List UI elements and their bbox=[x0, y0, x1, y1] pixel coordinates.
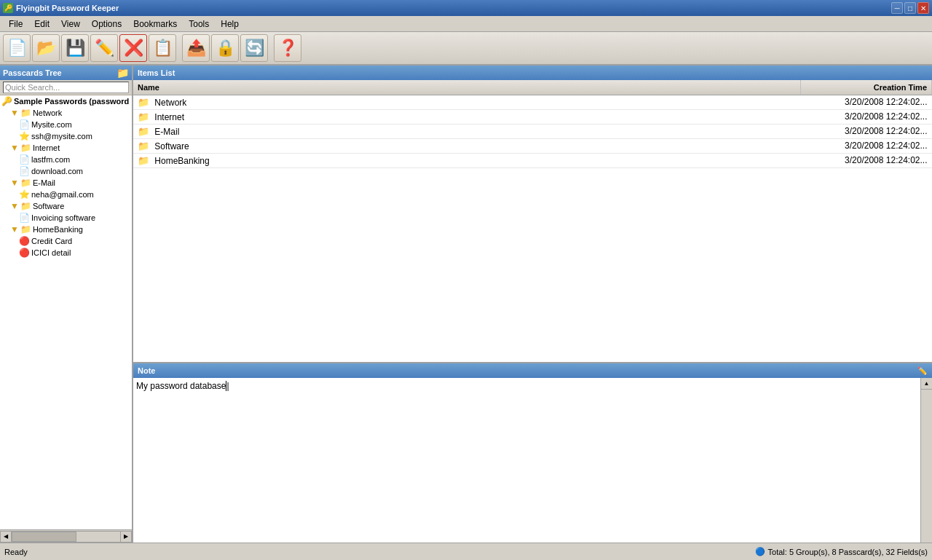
menu-options[interactable]: Options bbox=[86, 17, 127, 31]
tree-item-homebanking-group[interactable]: ▼ 📁 HomeBanking bbox=[0, 224, 132, 235]
table-row[interactable]: 📁 HomeBanking 3/20/2008 12:24:02... bbox=[133, 153, 932, 167]
right-panel: Items List Name Creation Time bbox=[133, 66, 932, 543]
tree-item-software-group[interactable]: ▼ 📁 Software bbox=[0, 200, 132, 212]
tree-item-icici[interactable]: 🔴 ICICI detail bbox=[0, 247, 132, 259]
scroll-right-arrow[interactable]: ▶ bbox=[120, 531, 132, 543]
tree-item-neha[interactable]: ⭐ neha@gmail.com bbox=[0, 189, 132, 200]
doc-icon: 📄 bbox=[19, 213, 30, 223]
tree-item-email-group[interactable]: ▼ 📁 E-Mail bbox=[0, 177, 132, 189]
new-button[interactable]: 📄 bbox=[3, 34, 31, 62]
items-list: Items List Name Creation Time bbox=[133, 66, 932, 362]
items-table: Name Creation Time 📁 Network 3/20/2008 1… bbox=[133, 80, 932, 168]
tree-root[interactable]: 🔑 Sample Passwords (password bbox=[0, 95, 132, 107]
scroll-track[interactable] bbox=[12, 531, 120, 543]
menu-help[interactable]: Help bbox=[215, 17, 245, 31]
tree-label-creditcard: Credit Card bbox=[31, 237, 72, 245]
tree-collapse-icon: ▼ bbox=[10, 108, 19, 118]
table-row[interactable]: 📁 E-Mail 3/20/2008 12:24:02... bbox=[133, 124, 932, 138]
red-icon: 🔴 bbox=[19, 236, 30, 246]
folder-icon: 📁 bbox=[138, 126, 149, 137]
tree-header-label: Passcards Tree bbox=[3, 68, 62, 77]
tree-item-mysite[interactable]: 📄 Mysite.com bbox=[0, 119, 132, 130]
menu-view[interactable]: View bbox=[55, 17, 86, 31]
star-icon: ⭐ bbox=[19, 189, 30, 200]
tree-label-icici: ICICI detail bbox=[31, 248, 71, 257]
folder-icon: 📁 bbox=[20, 178, 31, 188]
tree-label-mysite: Mysite.com bbox=[31, 120, 72, 129]
quick-search-container bbox=[0, 80, 132, 95]
tree-label-invoicing: Invoicing software bbox=[31, 213, 95, 222]
note-header: Note ✏️ bbox=[133, 363, 932, 378]
table-row[interactable]: 📁 Network 3/20/2008 12:24:02... bbox=[133, 95, 932, 109]
tree-collapse-icon: ▼ bbox=[10, 201, 19, 211]
menu-edit[interactable]: Edit bbox=[28, 17, 55, 31]
tree-label-homebanking: HomeBanking bbox=[33, 225, 83, 234]
close-button[interactable]: ✕ bbox=[917, 2, 929, 14]
folder-icon: 📁 bbox=[20, 224, 31, 234]
table-row[interactable]: 📁 Software 3/20/2008 12:24:02... bbox=[133, 138, 932, 153]
menu-file[interactable]: File bbox=[3, 17, 28, 31]
item-name-software: 📁 Software bbox=[133, 138, 801, 153]
quick-search-input[interactable] bbox=[3, 82, 129, 93]
folder-icon: 📁 bbox=[138, 111, 149, 122]
window-controls: ─ □ ✕ bbox=[891, 2, 929, 14]
tree-item-download[interactable]: 📄 download.com bbox=[0, 165, 132, 177]
app-icon: 🔑 bbox=[3, 3, 13, 13]
edit-button[interactable]: ✏️ bbox=[90, 34, 118, 62]
note-header-label: Note bbox=[138, 366, 155, 375]
help-button[interactable]: ❓ bbox=[274, 34, 301, 62]
export-button[interactable]: 📤 bbox=[182, 34, 210, 62]
tree-label-internet: Internet bbox=[33, 143, 60, 152]
tree-root-icon: 🔑 bbox=[1, 96, 12, 106]
status-summary: Total: 5 Group(s), 8 Passcard(s), 32 Fie… bbox=[768, 548, 928, 556]
tree-item-creditcard[interactable]: 🔴 Credit Card bbox=[0, 235, 132, 247]
tree-label-software: Software bbox=[33, 202, 64, 210]
tree-collapse-icon: ▼ bbox=[10, 224, 19, 234]
col-name: Name bbox=[133, 80, 801, 95]
tree-content[interactable]: 🔑 Sample Passwords (password ▼ 📁 Network… bbox=[0, 95, 132, 529]
tree-item-lastfm[interactable]: 📄 lastfm.com bbox=[0, 154, 132, 165]
scroll-left-arrow[interactable]: ◀ bbox=[0, 531, 12, 543]
minimize-button[interactable]: ─ bbox=[891, 2, 903, 14]
lock-button[interactable]: 🔒 bbox=[211, 34, 239, 62]
note-vertical-scrollbar[interactable]: ▲ bbox=[920, 378, 932, 543]
delete-button[interactable]: ❌ bbox=[119, 34, 147, 62]
note-content: My password database| bbox=[133, 378, 920, 543]
note-edit-icon[interactable]: ✏️ bbox=[917, 366, 928, 376]
menu-bookmarks[interactable]: Bookmarks bbox=[127, 17, 183, 31]
tree-item-invoicing[interactable]: 📄 Invoicing software bbox=[0, 212, 132, 224]
tree-label-lastfm: lastfm.com bbox=[31, 155, 70, 164]
save-button[interactable]: 💾 bbox=[61, 34, 89, 62]
tree-item-network-group[interactable]: ▼ 📁 Network bbox=[0, 107, 132, 119]
items-list-header: Items List bbox=[133, 66, 932, 80]
tree-collapse-icon: ▼ bbox=[10, 178, 19, 188]
tree-label-ssh: ssh@mysite.com bbox=[31, 132, 92, 141]
tree-horizontal-scrollbar: ◀ ▶ bbox=[0, 529, 132, 543]
red-icon: 🔴 bbox=[19, 248, 30, 258]
tree-item-internet-group[interactable]: ▼ 📁 Internet bbox=[0, 142, 132, 154]
menu-tools[interactable]: Tools bbox=[183, 17, 215, 31]
star-icon: ⭐ bbox=[19, 131, 30, 141]
tree-label-download: download.com bbox=[31, 167, 83, 176]
table-row[interactable]: 📁 Internet 3/20/2008 12:24:02... bbox=[133, 109, 932, 124]
left-panel: Passcards Tree 📁 🔑 Sample Passwords (pas… bbox=[0, 66, 133, 543]
maximize-button[interactable]: □ bbox=[904, 2, 916, 14]
item-label: Software bbox=[154, 141, 189, 151]
toolbar: 📄 📂 💾 ✏️ ❌ 📋 📤 🔒 🔄 ❓ bbox=[0, 32, 932, 66]
folder-icon: 📁 bbox=[138, 141, 149, 151]
open-button[interactable]: 📂 bbox=[32, 34, 60, 62]
item-creation-software: 3/20/2008 12:24:02... bbox=[801, 138, 932, 153]
tree-header-icon: 📁 bbox=[116, 67, 129, 79]
item-creation-internet: 3/20/2008 12:24:02... bbox=[801, 109, 932, 124]
statusbar: Ready 🔵 Total: 5 Group(s), 8 Passcard(s)… bbox=[0, 543, 932, 560]
copy-button[interactable]: 📋 bbox=[149, 34, 176, 62]
folder-icon: 📁 bbox=[20, 143, 31, 153]
folder-icon: 📁 bbox=[20, 201, 31, 211]
folder-icon: 📁 bbox=[138, 97, 149, 108]
doc-icon: 📄 bbox=[19, 166, 30, 176]
sync-button[interactable]: 🔄 bbox=[240, 34, 268, 62]
scroll-up-arrow[interactable]: ▲ bbox=[921, 378, 932, 390]
app-title: Flyingbit Password Keeper bbox=[16, 4, 119, 12]
tree-item-ssh[interactable]: ⭐ ssh@mysite.com bbox=[0, 130, 132, 142]
folder-icon: 📁 bbox=[138, 155, 149, 166]
